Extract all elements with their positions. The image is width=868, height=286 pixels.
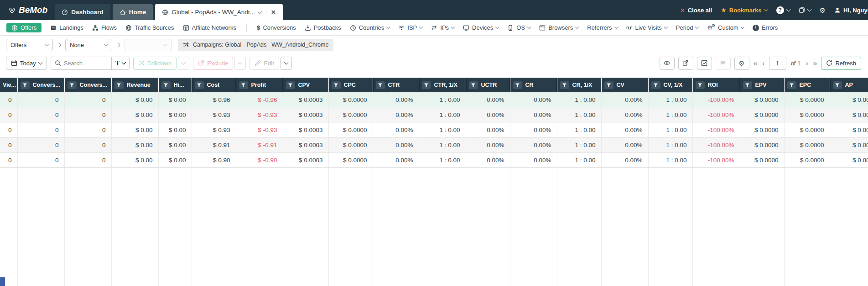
column-filter-button[interactable]: [560, 81, 569, 89]
drilldown-button[interactable]: Drilldown: [133, 57, 177, 70]
table-row[interactable]: 000$ 0.00$ 0.00$ 0.96$ -0.96$ 0.0003$ 0.…: [0, 92, 868, 107]
column-filter-button[interactable]: [696, 81, 705, 89]
horizontal-scrollbar-thumb[interactable]: [0, 277, 5, 286]
nav-item-live-visits[interactable]: Live Visits: [626, 24, 667, 31]
nav-item-isp[interactable]: ISP: [398, 24, 422, 31]
table-row[interactable]: 000$ 0.00$ 0.00$ 0.93$ -0.93$ 0.0003$ 0.…: [0, 122, 868, 138]
table-row[interactable]: 000$ 0.00$ 0.00$ 0.91$ -0.91$ 0.0003$ 0.…: [0, 138, 868, 153]
tab-dropdown-chevron-icon[interactable]: [257, 9, 262, 14]
col-header-cv[interactable]: CV: [601, 78, 648, 92]
nav-item-os[interactable]: OS: [507, 24, 530, 31]
nav-item-referrers[interactable]: Referrers: [587, 24, 617, 31]
nav-item-ips[interactable]: IPs: [431, 24, 454, 31]
column-filter-button[interactable]: [239, 81, 248, 89]
col-header-roi[interactable]: ROI: [692, 78, 740, 92]
tab-home[interactable]: Home: [113, 4, 153, 20]
column-filter-button[interactable]: [161, 81, 171, 89]
drilldown-caret-button[interactable]: [178, 57, 189, 70]
nav-item-browsers[interactable]: Browsers: [539, 24, 578, 31]
col-header-cpv[interactable]: CPV: [283, 78, 328, 92]
col-header-epc[interactable]: EPC: [784, 78, 830, 92]
grouping-select-2[interactable]: None: [65, 39, 112, 51]
nav-item-custom[interactable]: ⚙⚙Custom: [707, 24, 744, 31]
col-header-hi[interactable]: Hi...: [158, 78, 192, 92]
column-filter-button[interactable]: [833, 81, 842, 89]
exclude-button[interactable]: Exclude: [193, 57, 233, 70]
refresh-button[interactable]: Refresh: [821, 57, 861, 70]
table-row[interactable]: 000$ 0.00$ 0.00$ 0.90$ -0.90$ 0.0003$ 0.…: [0, 153, 868, 168]
bemob-logo[interactable]: BeMob: [0, 0, 55, 20]
grouping-select-3[interactable]: [125, 39, 172, 51]
column-filter-button[interactable]: [332, 81, 341, 89]
page-input[interactable]: [769, 57, 786, 70]
column-filter-button[interactable]: [604, 81, 613, 89]
settings-button[interactable]: ⚙: [820, 7, 826, 14]
first-page-button[interactable]: «: [753, 59, 758, 67]
table-settings-button[interactable]: ⚙: [734, 57, 749, 70]
nav-item-errors[interactable]: !Errors: [753, 24, 778, 31]
next-page-button[interactable]: ›: [805, 59, 809, 67]
column-filter-button[interactable]: [513, 81, 522, 89]
col-header-ctr-1-x[interactable]: CTR, 1/X: [419, 78, 466, 92]
export-button[interactable]: [678, 57, 693, 70]
nav-item-devices[interactable]: Devices: [463, 24, 499, 31]
col-header-convers[interactable]: Convers...: [64, 78, 111, 92]
grouping-select-1-value: Offers: [10, 42, 26, 48]
grouping-select-1[interactable]: Offers: [6, 39, 53, 51]
search-input[interactable]: [63, 59, 111, 67]
resources-menu[interactable]: [799, 7, 811, 13]
column-filter-button[interactable]: [743, 81, 752, 89]
col-header-cost[interactable]: Cost: [192, 78, 236, 92]
last-page-button[interactable]: »: [812, 59, 817, 67]
col-header-cr-1-x[interactable]: CR, 1/X: [557, 78, 601, 92]
columns-visibility-button[interactable]: [660, 57, 675, 70]
col-header-uctr[interactable]: UCTR: [466, 78, 510, 92]
col-header-cr[interactable]: CR: [510, 78, 557, 92]
column-filter-button[interactable]: [68, 81, 77, 89]
column-filter-button[interactable]: [651, 81, 660, 89]
column-filter-button[interactable]: [422, 81, 431, 89]
col-header-convers[interactable]: Convers...: [17, 78, 64, 92]
exclude-caret-button[interactable]: [234, 57, 246, 70]
notes-button[interactable]: [716, 57, 731, 70]
nav-item-countries[interactable]: Countries: [350, 24, 390, 31]
nav-item-conversions[interactable]: $Conversions: [257, 24, 296, 31]
column-filter-button[interactable]: [787, 81, 796, 89]
nav-item-offers[interactable]: Offers: [6, 23, 42, 32]
column-filter-button[interactable]: [21, 81, 30, 89]
tab-campaign-report[interactable]: Global - PopAds - WW_Andr...: [155, 4, 282, 20]
close-tab-icon[interactable]: [271, 10, 276, 15]
chart-button[interactable]: [697, 57, 712, 70]
prev-page-button[interactable]: ‹: [762, 59, 765, 67]
col-header-cpc[interactable]: CPC: [328, 78, 373, 92]
column-filter-button[interactable]: [376, 81, 385, 89]
column-filter-button[interactable]: [114, 81, 124, 89]
close-all-button[interactable]: Close all: [680, 7, 712, 14]
tab-dashboard[interactable]: Dashboard: [55, 4, 110, 20]
nav-item-postbacks[interactable]: Postbacks: [305, 24, 341, 31]
col-header-profit[interactable]: Profit: [236, 78, 283, 92]
col-header-vie[interactable]: Vie...: [0, 78, 17, 92]
nav-item-affilate-networks[interactable]: Affilate Networks: [183, 24, 236, 31]
edit-caret-button[interactable]: [281, 57, 292, 70]
nav-item-flows[interactable]: Flows: [92, 24, 117, 31]
col-header-ctr[interactable]: CTR: [373, 78, 419, 92]
nav-item-traffic-sources[interactable]: Traffic Sources: [125, 24, 174, 31]
text-filter-button[interactable]: T: [111, 57, 129, 69]
col-header-ap[interactable]: AP: [830, 78, 868, 92]
date-range-button[interactable]: Today: [6, 57, 47, 70]
col-header-epv[interactable]: EPV: [740, 78, 784, 92]
column-filter-button[interactable]: [286, 81, 295, 89]
bookmarks-button[interactable]: ★ Bookmarks: [721, 7, 767, 14]
nav-item-landings[interactable]: Landings: [50, 24, 83, 31]
nav-item-period[interactable]: Period: [676, 24, 699, 31]
edit-button[interactable]: Edit: [249, 57, 279, 70]
help-menu[interactable]: ?: [776, 6, 790, 14]
col-header-revenue[interactable]: Revenue: [111, 78, 158, 92]
user-menu[interactable]: Hi, Nguye: [834, 7, 868, 14]
col-header-cv-1-x[interactable]: CV, 1/X: [648, 78, 692, 92]
column-filter-button[interactable]: [195, 81, 204, 89]
campaign-filter-chip[interactable]: Campaigns: Global - PopAds - WW_Android_…: [178, 39, 333, 51]
column-filter-button[interactable]: [469, 81, 478, 89]
table-row[interactable]: 000$ 0.00$ 0.00$ 0.93$ -0.93$ 0.0003$ 0.…: [0, 107, 868, 122]
